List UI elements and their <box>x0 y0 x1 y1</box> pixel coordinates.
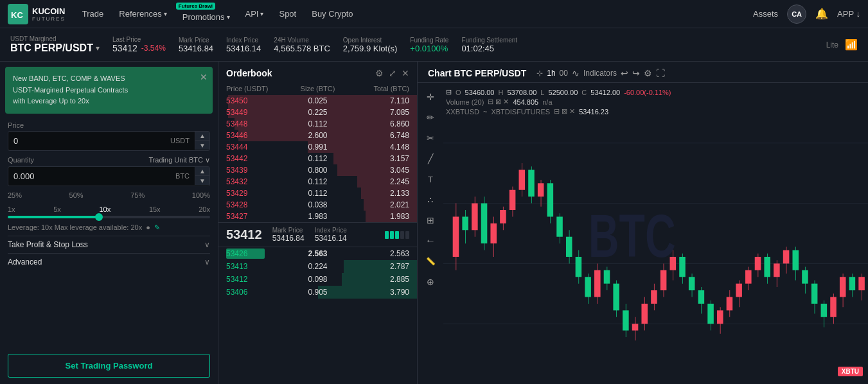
funding-rate-label: Funding Rate <box>410 37 448 44</box>
leverage-slider-thumb[interactable] <box>95 213 103 221</box>
svg-rect-80 <box>792 250 799 270</box>
qty-decrement-button[interactable]: ▼ <box>195 176 209 185</box>
chart-cursor-icon[interactable]: ⊹ <box>536 69 543 78</box>
sell-order-row[interactable]: 53442 0.112 3.157 <box>218 153 417 164</box>
nav-item-spot[interactable]: Spot <box>272 0 303 28</box>
take-profit-row[interactable]: Take Profit & Stop Loss ∨ <box>8 236 210 253</box>
zoom-tool-icon[interactable]: ⊕ <box>423 274 438 290</box>
avatar[interactable]: CA <box>787 4 806 24</box>
leverage-edit-icon[interactable]: ✎ <box>154 223 160 232</box>
lite-button[interactable]: Lite <box>826 40 838 49</box>
notification-bell-icon[interactable]: 🔔 <box>815 8 828 20</box>
sell-order-row[interactable]: 53446 2.600 6.748 <box>218 130 417 141</box>
sell-order-row[interactable]: 53449 0.225 7.085 <box>218 107 417 118</box>
svg-rect-66 <box>727 297 733 311</box>
leverage-slider-track[interactable] <box>8 216 210 218</box>
sell-order-row[interactable]: 53444 0.991 4.148 <box>218 141 417 153</box>
volume-value: 4,565.578 BTC <box>274 44 330 53</box>
buy-order-row[interactable]: 53426 2.563 2.563 <box>218 247 417 260</box>
ticker-volume: 24H Volume 4,565.578 BTC <box>274 37 330 53</box>
buy-order-row[interactable]: 53406 0.905 3.790 <box>218 286 417 299</box>
funding-rate-value: +0.0100% <box>410 44 448 53</box>
buy-order-row[interactable]: 53412 0.098 2.885 <box>218 273 417 286</box>
node-tool-icon[interactable]: ⛬ <box>423 192 438 207</box>
set-password-button[interactable]: Set Trading Password <box>8 354 210 378</box>
lev-10x-button[interactable]: 10x <box>100 205 111 213</box>
sell-order-row[interactable]: 53427 1.983 1.983 <box>218 211 417 222</box>
svg-text:BTC: BTC <box>589 203 676 270</box>
sell-order-row[interactable]: 53450 0.025 7.110 <box>218 95 417 107</box>
sell-order-row[interactable]: 53432 0.112 2.245 <box>218 176 417 188</box>
redo-icon[interactable]: ↪ <box>632 68 640 78</box>
pct-100-button[interactable]: 100% <box>192 191 210 199</box>
advanced-row[interactable]: Advanced ∨ <box>8 253 210 270</box>
timeframe-selector[interactable]: 1h <box>547 69 555 78</box>
volume-label-overlay: Volume (20) <box>446 98 484 106</box>
app-download-link[interactable]: APP ↓ <box>837 9 860 19</box>
chart-area: ✛ ✏ ✂ ╱ T ⛬ ⊞ ← 📏 ⊕ ⊟ O 53460.00 H 53708… <box>418 83 868 384</box>
scissors-tool-icon[interactable]: ✂ <box>423 130 438 146</box>
last-price-change: -3.54% <box>141 44 166 53</box>
pair-dropdown-icon[interactable]: ▾ <box>96 44 100 53</box>
svg-rect-22 <box>519 170 526 189</box>
nav-item-references[interactable]: References ▾ <box>112 0 173 28</box>
svg-rect-92 <box>849 277 856 290</box>
crosshair-tool-icon[interactable]: ✛ <box>423 89 438 105</box>
nav-item-buy-crypto[interactable]: Buy Crypto <box>305 0 359 28</box>
lev-5x-button[interactable]: 5x <box>53 205 61 213</box>
chevron-down-icon: ▾ <box>260 10 263 17</box>
pct-row: 25% 50% 75% 100% <box>8 191 210 199</box>
svg-rect-10 <box>462 216 468 230</box>
line-tool-icon[interactable]: ╱ <box>423 151 438 166</box>
expand-icon[interactable]: ⤢ <box>389 68 396 78</box>
indicators-button[interactable]: Indicators <box>583 69 617 78</box>
sell-order-row[interactable]: 53448 0.112 6.860 <box>218 118 417 130</box>
lev-1x-button[interactable]: 1x <box>8 205 15 213</box>
logo-name: KUCOIN <box>32 6 66 16</box>
assets-link[interactable]: Assets <box>753 9 778 19</box>
nav-item-promotions[interactable]: Futures Brawl Promotions ▾ <box>176 0 236 28</box>
back-tool-icon[interactable]: ← <box>423 233 438 249</box>
ruler-tool-icon[interactable]: 📏 <box>423 254 438 269</box>
candle-type-selector[interactable]: 00 <box>560 69 568 78</box>
fullscreen-icon[interactable]: ⛶ <box>656 68 665 78</box>
qty-increment-button[interactable]: ▲ <box>195 167 209 176</box>
svg-rect-36 <box>585 277 591 297</box>
notification-close-icon[interactable]: ✕ <box>200 72 208 82</box>
indicator-tool-icon[interactable]: ⊞ <box>423 213 438 228</box>
sell-order-row[interactable]: 53439 0.800 3.045 <box>218 164 417 176</box>
notification-banner: ✕ New BAND, ETC, COMP & WAVES USDT-Margi… <box>5 67 213 114</box>
undo-icon[interactable]: ↩ <box>621 68 628 78</box>
ticker-pair[interactable]: USDT Margined BTC PERP/USDT ▾ <box>10 35 100 54</box>
chart-settings-icon[interactable]: ⚙ <box>644 68 652 78</box>
qty-unit-selector[interactable]: Trading Unit BTC ∨ <box>148 156 210 164</box>
buy-order-row[interactable]: 53413 0.224 2.787 <box>218 260 417 273</box>
last-price-value: 53412 <box>112 43 137 53</box>
logo-area[interactable]: KC KUCOIN FUTURES <box>8 4 66 24</box>
close-icon[interactable]: ✕ <box>402 68 409 78</box>
text-tool-icon[interactable]: T <box>423 171 438 187</box>
wave-indicator-icon[interactable]: ∿ <box>572 68 580 78</box>
sell-order-row[interactable]: 53429 0.112 2.133 <box>218 188 417 199</box>
mid-bar-segment <box>395 231 399 239</box>
price-decrement-button[interactable]: ▼ <box>195 141 209 150</box>
qty-stepper: ▲ ▼ <box>195 167 209 185</box>
mid-bar-segment <box>385 231 389 239</box>
lev-15x-button[interactable]: 15x <box>149 205 161 213</box>
chevron-down-icon: ▾ <box>227 13 230 21</box>
price-increment-button[interactable]: ▲ <box>195 132 209 141</box>
pencil-tool-icon[interactable]: ✏ <box>423 110 438 125</box>
pct-75-button[interactable]: 75% <box>130 191 145 199</box>
sell-order-row[interactable]: 53428 0.038 2.021 <box>218 199 417 211</box>
pct-25-button[interactable]: 25% <box>8 191 22 199</box>
nav-item-trade[interactable]: Trade <box>76 0 110 28</box>
nav-item-api[interactable]: API ▾ <box>239 0 270 28</box>
mid-index-label: Index Price <box>315 227 347 234</box>
lev-20x-button[interactable]: 20x <box>199 205 210 213</box>
svg-rect-18 <box>500 210 506 223</box>
svg-rect-86 <box>821 304 828 317</box>
price-input[interactable] <box>8 132 165 150</box>
qty-input[interactable] <box>8 167 170 186</box>
settings-icon[interactable]: ⚙ <box>375 68 384 78</box>
pct-50-button[interactable]: 50% <box>69 191 84 199</box>
